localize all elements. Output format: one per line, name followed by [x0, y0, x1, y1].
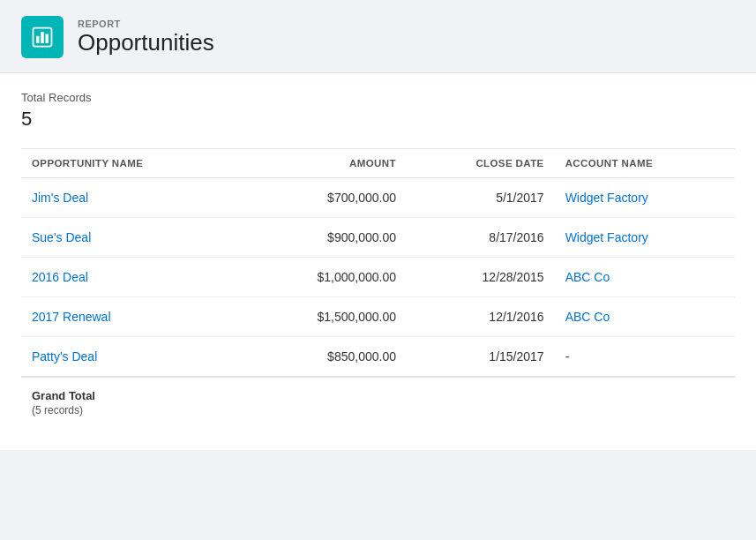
opportunities-table: OPPORTUNITY NAME AMOUNT CLOSE DATE ACCOU… [21, 148, 735, 429]
report-label: REPORT [78, 19, 214, 29]
amount-cell: $900,000.00 [241, 218, 407, 258]
table-row: Sue's Deal$900,000.008/17/2016Widget Fac… [21, 218, 735, 258]
account-name-cell[interactable]: ABC Co [555, 258, 735, 297]
amount-cell: $850,000.00 [241, 337, 407, 378]
table-row: Jim's Deal$700,000.005/1/2017Widget Fact… [21, 178, 735, 218]
amount-cell: $700,000.00 [241, 178, 407, 218]
footer-cell: Grand Total (5 records) [21, 377, 735, 429]
report-icon [21, 16, 64, 58]
amount-cell: $1,500,000.00 [241, 297, 407, 337]
table-row: 2016 Deal$1,000,000.0012/28/2015ABC Co [21, 258, 735, 297]
main-content: Total Records 5 OPPORTUNITY NAME AMOUNT … [0, 73, 756, 450]
amount-cell: $1,000,000.00 [241, 258, 407, 297]
close-date-cell: 12/28/2015 [407, 258, 555, 297]
svg-rect-1 [36, 36, 40, 43]
close-date-cell: 12/1/2016 [407, 297, 555, 337]
table-header-row: OPPORTUNITY NAME AMOUNT CLOSE DATE ACCOU… [21, 149, 735, 178]
account-name-cell[interactable]: Widget Factory [555, 178, 735, 218]
header-text-group: REPORT Opportunities [78, 19, 214, 56]
close-date-cell: 1/15/2017 [407, 337, 555, 378]
account-name-cell[interactable]: Widget Factory [555, 218, 735, 258]
summary-section: Total Records 5 [21, 91, 735, 131]
col-header-amount: AMOUNT [241, 149, 407, 178]
table-row: Patty's Deal$850,000.001/15/2017- [21, 337, 735, 378]
table-row: 2017 Renewal$1,500,000.0012/1/2016ABC Co [21, 297, 735, 337]
col-header-name: OPPORTUNITY NAME [21, 149, 241, 178]
grand-total-sub: (5 records) [32, 404, 83, 416]
close-date-cell: 5/1/2017 [407, 178, 555, 218]
svg-rect-3 [46, 34, 49, 44]
grand-total-label: Grand Total [32, 389, 95, 402]
account-name-cell[interactable]: ABC Co [555, 297, 735, 337]
total-records-value: 5 [21, 108, 735, 131]
opportunity-name-cell[interactable]: Jim's Deal [21, 178, 241, 218]
page-title: Opportunities [78, 29, 214, 56]
opportunity-name-cell[interactable]: Sue's Deal [21, 218, 241, 258]
account-name-cell: - [555, 337, 735, 378]
col-header-close-date: CLOSE DATE [407, 149, 555, 178]
opportunity-name-cell[interactable]: 2016 Deal [21, 258, 241, 297]
footer-row: Grand Total (5 records) [21, 377, 735, 429]
close-date-cell: 8/17/2016 [407, 218, 555, 258]
col-header-account: ACCOUNT NAME [555, 149, 735, 178]
page-header: REPORT Opportunities [0, 0, 756, 73]
opportunity-name-cell[interactable]: Patty's Deal [21, 337, 241, 378]
opportunity-name-cell[interactable]: 2017 Renewal [21, 297, 241, 337]
svg-rect-2 [41, 32, 44, 43]
total-records-label: Total Records [21, 91, 735, 104]
